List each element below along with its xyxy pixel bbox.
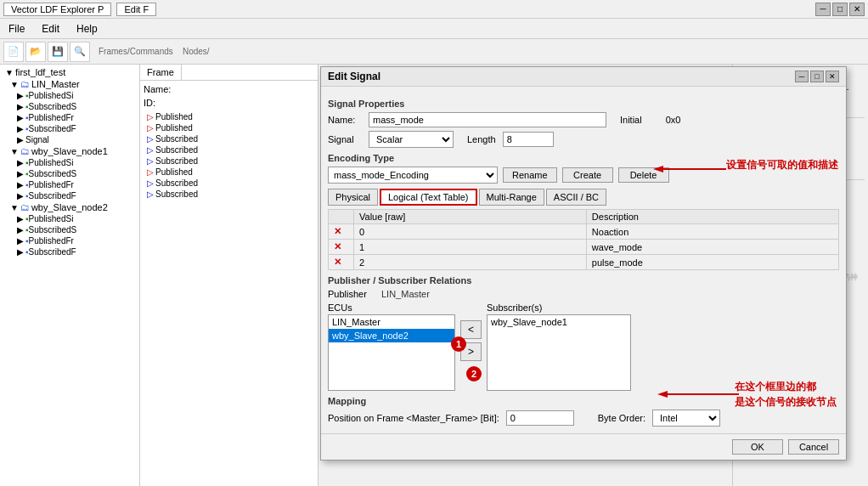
tab-logical[interactable]: Logical (Text Table)	[380, 189, 477, 206]
tree-item-first-ldf[interactable]: ▼ first_ldf_test	[3, 66, 136, 78]
app-title-2: Edit F	[116, 3, 156, 16]
cell-value-2: 2	[354, 255, 587, 270]
position-input[interactable]	[506, 410, 574, 426]
dialog-minimize[interactable]: ─	[795, 71, 809, 82]
tree-item-subscribed-fr-1[interactable]: ▶ ▪ Subscribed F	[3, 123, 136, 134]
tree-item-published-fr-2[interactable]: ▶ ▪ Published Fr	[3, 179, 136, 190]
toolbar-btn4[interactable]: 🔍	[70, 42, 90, 62]
menu-file[interactable]: File	[3, 21, 30, 37]
initial-value: 0x0	[666, 115, 681, 125]
center-sub-2[interactable]: ▷ Subscribed	[144, 144, 314, 155]
delete-row-1[interactable]: ✕	[334, 241, 341, 251]
badge-1: 1	[451, 336, 466, 352]
table-row: ✕ 0 Noaction	[329, 224, 839, 240]
toolbar-save[interactable]: 💾	[48, 42, 68, 62]
tree-item-subscribed-2[interactable]: ▶ ▪ Subscribed S	[3, 168, 136, 179]
signal-properties-label: Signal Properties	[328, 99, 839, 109]
tree-item-wby-node2[interactable]: ▼ 🗂 wby_Slave_node2	[3, 201, 136, 213]
tree-item-published-fr-3[interactable]: ▶ ▪ Published Fr	[3, 235, 136, 246]
ok-button[interactable]: OK	[732, 439, 783, 455]
center-pub-3[interactable]: ▷ Published	[144, 167, 314, 178]
cancel-button[interactable]: Cancel	[788, 439, 839, 455]
annotation-text-2: 在这个框里边的都 是这个信号的接收节点	[735, 379, 837, 410]
delete-row-0[interactable]: ✕	[334, 226, 341, 236]
position-label: Position on Frame <Master_Frame> [Bit]:	[328, 413, 499, 423]
tree-item-subscribed-fr-2[interactable]: ▶ ▪ Subscribed F	[3, 190, 136, 201]
center-sub-5[interactable]: ▷ Subscribed	[144, 189, 314, 200]
col-description: Description	[586, 210, 838, 224]
center-sub-1[interactable]: ▷ Subscribed	[144, 133, 314, 144]
tree-item-lin-master[interactable]: ▼ 🗂 LIN_Master	[3, 78, 136, 90]
tree-item-published-si-1[interactable]: ▶ ▪ Published Si	[3, 90, 136, 101]
tab-multirange[interactable]: Multi-Range	[479, 189, 544, 206]
tree-item-published-si-3[interactable]: ▶ ▪ Published Si	[3, 213, 136, 224]
publisher-label: Publisher	[328, 289, 375, 299]
center-pub-1[interactable]: ▷ Published	[144, 111, 314, 122]
ecu-list-item-wby2[interactable]: wby_Slave_node2	[329, 329, 454, 342]
cell-value-0: 0	[354, 224, 587, 240]
ecus-label: ECUs	[328, 302, 455, 313]
col-value: Value [raw]	[354, 210, 587, 224]
annotation-arrow-1	[650, 156, 735, 182]
table-row: ✕ 1 wave_mode	[329, 240, 839, 255]
close-btn[interactable]: ✕	[849, 3, 865, 16]
annotation-text-1: 设置信号可取的值和描述	[726, 158, 838, 172]
initial-label: Initial	[620, 115, 642, 125]
minimize-btn[interactable]: ─	[815, 3, 831, 16]
byte-order-label: Byte Order:	[598, 413, 645, 423]
annotation-arrow-2	[654, 377, 747, 411]
toolbar-new[interactable]: 📄	[3, 42, 24, 62]
ecu-list-item-lin[interactable]: LIN_Master	[329, 315, 454, 329]
cell-desc-0: Noaction	[586, 224, 838, 240]
tab-physical[interactable]: Physical	[328, 189, 378, 206]
tree-item-subscribed-fr-3[interactable]: ▶ ▪ Subscribed F	[3, 246, 136, 257]
toolbar-open[interactable]: 📂	[25, 42, 46, 62]
signal-type-label: Signal	[328, 134, 362, 144]
subscriber-list-item[interactable]: wby_Slave_node1	[488, 315, 630, 329]
dialog-maximize[interactable]: □	[810, 71, 824, 82]
tree-item-subscribed-1[interactable]: ▶ ▪ Subscribed S	[3, 101, 136, 112]
tab-ascii[interactable]: ASCII / BC	[546, 189, 606, 206]
tree-item-published-fr-1[interactable]: ▶ ▪ Published Fr	[3, 112, 136, 123]
pub-sub-label: Publisher / Subscriber Relations	[328, 275, 839, 285]
badge-2: 2	[466, 366, 482, 381]
table-row: ✕ 2 pulse_mode	[329, 255, 839, 270]
center-tab-frame[interactable]: Frame	[140, 65, 182, 80]
toolbar-labels: Frames/Commands Nodes/	[99, 47, 210, 56]
encoding-select[interactable]: mass_mode_Encoding	[328, 167, 498, 184]
maximize-btn[interactable]: □	[832, 3, 848, 16]
length-label: Length	[467, 134, 496, 144]
subscriber-label: Subscriber(s)	[487, 302, 631, 313]
tree-item-subscribed-3[interactable]: ▶ ▪ Subscribed S	[3, 224, 136, 235]
cell-value-1: 1	[354, 240, 587, 255]
cell-desc-2: pulse_mode	[586, 255, 838, 270]
publisher-value: LIN_Master	[381, 289, 430, 299]
arrow-left-btn[interactable]: <	[460, 320, 482, 339]
rename-btn[interactable]: Rename	[503, 167, 557, 183]
dialog-close[interactable]: ✕	[826, 71, 839, 82]
byte-order-select[interactable]: Intel	[652, 410, 720, 427]
create-btn[interactable]: Create	[562, 167, 613, 183]
app-title-1: Vector LDF Explorer P	[3, 3, 111, 16]
cell-desc-1: wave_mode	[586, 240, 838, 255]
name-label: Name:	[144, 84, 171, 94]
menu-help[interactable]: Help	[71, 21, 103, 37]
length-input[interactable]	[503, 132, 554, 147]
signal-type-select[interactable]: Scalar	[369, 131, 454, 148]
id-label: ID:	[144, 98, 155, 108]
name-input[interactable]	[369, 112, 606, 127]
dialog-title: Edit Signal	[328, 71, 380, 82]
delete-row-2[interactable]: ✕	[334, 257, 341, 267]
tree-item-published-si-2[interactable]: ▶ ▪ Published Si	[3, 157, 136, 168]
center-sub-4[interactable]: ▷ Subscribed	[144, 178, 314, 189]
center-sub-3[interactable]: ▷ Subscribed	[144, 155, 314, 167]
tree-item-signal[interactable]: ▶ Signal	[3, 134, 136, 145]
tree-item-wby-node1[interactable]: ▼ 🗂 wby_Slave_node1	[3, 145, 136, 157]
menu-edit[interactable]: Edit	[37, 21, 65, 37]
center-pub-2[interactable]: ▷ Published	[144, 122, 314, 133]
name-field-label: Name:	[328, 115, 362, 125]
